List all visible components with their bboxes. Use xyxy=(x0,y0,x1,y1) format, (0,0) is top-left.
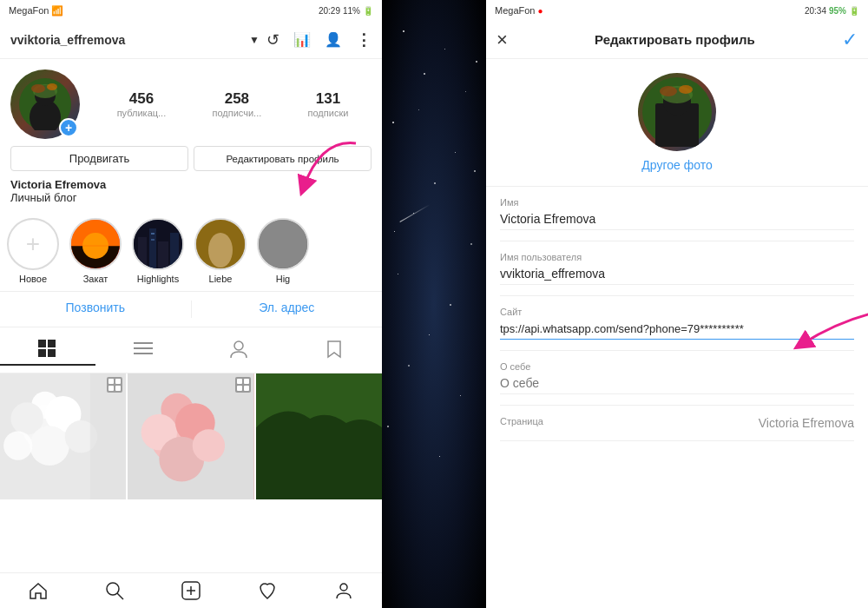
field-username: Имя пользователя xyxy=(500,241,854,296)
svg-point-57 xyxy=(107,583,119,595)
svg-rect-13 xyxy=(158,241,168,268)
change-photo-link[interactable]: Другое фото xyxy=(641,158,712,172)
highlight-highlights[interactable]: Highlights xyxy=(132,218,184,284)
highlight-label-highlights: Highlights xyxy=(137,274,179,284)
svg-rect-39 xyxy=(108,379,114,384)
profile-buttons: Продвигать Редактировать профиль xyxy=(0,146,382,178)
status-bar-right: MegaFon ● 20:34 95% 🔋 xyxy=(486,0,868,21)
grid-icon xyxy=(38,340,57,359)
highlight-zakaz[interactable]: Закат xyxy=(69,218,122,284)
header-icons: ↺ 📊 👤 ⋮ xyxy=(266,30,372,50)
add-person-icon[interactable]: 👤 xyxy=(325,31,342,48)
svg-rect-20 xyxy=(259,220,307,268)
highlight-image-highlights xyxy=(134,220,182,268)
email-button[interactable]: Эл. адрес xyxy=(202,301,372,318)
nav-search[interactable] xyxy=(76,580,153,601)
field-input-about[interactable] xyxy=(500,376,854,394)
field-label-username: Имя пользователя xyxy=(500,252,854,262)
field-label-about: О себе xyxy=(500,361,854,372)
following-label: подписки xyxy=(308,108,349,118)
highlight-circle-partial xyxy=(257,218,309,270)
grid-photo-3[interactable] xyxy=(256,373,382,499)
dropdown-icon[interactable]: ▼ xyxy=(249,34,260,46)
field-page-value[interactable]: Victoria Efremova xyxy=(759,416,854,430)
close-button[interactable]: × xyxy=(496,29,508,51)
profile-bio: Victoria Efremova Личный блог xyxy=(0,178,382,211)
bottom-nav xyxy=(0,572,382,608)
stat-posts[interactable]: 456 публикац... xyxy=(117,90,167,118)
svg-point-62 xyxy=(340,584,347,591)
nav-home[interactable] xyxy=(0,580,76,601)
stat-following[interactable]: 131 подписки xyxy=(308,90,349,118)
tab-bookmark[interactable] xyxy=(286,334,382,366)
status-bar-left: MegaFon 📶 20:29 11% 🔋 xyxy=(0,0,382,21)
highlight-image-zakaz xyxy=(71,220,120,268)
carrier-right: MegaFon xyxy=(495,5,535,16)
promote-button[interactable]: Продвигать xyxy=(10,146,188,171)
highlight-liebe[interactable]: Liebe xyxy=(194,218,247,284)
svg-rect-54 xyxy=(244,386,249,391)
more-vertical-icon[interactable]: ⋮ xyxy=(356,30,372,50)
grid-photo-2[interactable] xyxy=(128,373,253,499)
highlight-new[interactable]: + Новое xyxy=(7,218,59,284)
highlight-circle-zakaz xyxy=(69,218,122,270)
highlight-label-zakaz: Закат xyxy=(83,274,108,284)
time-right: 20:34 xyxy=(805,6,826,16)
battery-icon-right: 🔋 xyxy=(849,6,859,16)
highlights-row: + Новое Закат xyxy=(0,211,382,292)
highlight-circle-new: + xyxy=(7,218,59,270)
status-carrier-right: MegaFon ● xyxy=(495,5,543,16)
highlight-partial[interactable]: Hig xyxy=(257,218,309,284)
stat-followers[interactable]: 258 подписчи... xyxy=(212,90,261,118)
call-button[interactable]: Позвонить xyxy=(10,301,181,318)
svg-point-36 xyxy=(3,431,32,459)
tab-person[interactable] xyxy=(191,334,286,366)
night-sky-background xyxy=(382,0,486,608)
field-about: О себе xyxy=(500,351,854,406)
bar-chart-icon[interactable]: 📊 xyxy=(293,31,311,48)
tab-list[interactable] xyxy=(95,334,191,366)
edit-avatar[interactable] xyxy=(638,73,716,151)
tab-grid[interactable] xyxy=(0,334,95,366)
field-input-site[interactable] xyxy=(500,322,854,340)
svg-rect-21 xyxy=(38,340,46,347)
edit-profile-header: × Редактировать профиль ✓ xyxy=(486,21,868,59)
field-label-page: Страница xyxy=(500,416,543,426)
followers-count: 258 xyxy=(225,90,249,108)
edit-profile-button[interactable]: Редактировать профиль xyxy=(194,146,372,171)
nav-profile[interactable] xyxy=(306,580,382,601)
avatar-plus-button[interactable]: + xyxy=(59,118,78,137)
field-input-name[interactable] xyxy=(500,212,854,230)
nav-add[interactable] xyxy=(153,580,229,601)
field-input-username[interactable] xyxy=(500,267,854,285)
signal-icon-right: ● xyxy=(537,6,542,16)
svg-rect-26 xyxy=(134,347,153,349)
save-check-button[interactable]: ✓ xyxy=(842,29,858,51)
home-icon xyxy=(28,580,49,601)
svg-point-68 xyxy=(679,85,693,94)
nav-heart[interactable] xyxy=(229,580,306,601)
person-icon xyxy=(229,340,248,359)
photo-badge-2 xyxy=(235,377,251,396)
field-site: Сайт xyxy=(500,296,854,351)
highlight-circle-highlights xyxy=(132,218,184,270)
svg-rect-25 xyxy=(134,342,153,344)
svg-rect-22 xyxy=(48,340,56,347)
field-label-name: Имя xyxy=(500,197,854,208)
svg-point-18 xyxy=(208,233,233,268)
status-carrier-left: MegaFon 📶 xyxy=(9,5,63,17)
field-label-site: Сайт xyxy=(500,307,854,317)
bookmark-icon xyxy=(326,340,342,359)
field-page-left: Страница xyxy=(500,416,543,430)
signal-icon: 📶 xyxy=(51,5,63,17)
svg-rect-11 xyxy=(138,237,147,268)
highlight-circle-liebe xyxy=(194,218,247,270)
grid-photo-1[interactable] xyxy=(0,373,126,499)
edit-avatar-section: Другое фото xyxy=(486,59,868,187)
svg-rect-53 xyxy=(237,386,242,391)
history-icon[interactable]: ↺ xyxy=(266,30,279,50)
photo-green xyxy=(256,373,382,499)
bio-description: Личный блог xyxy=(10,191,372,204)
photo-badge-1 xyxy=(107,377,122,396)
svg-rect-41 xyxy=(108,386,114,391)
